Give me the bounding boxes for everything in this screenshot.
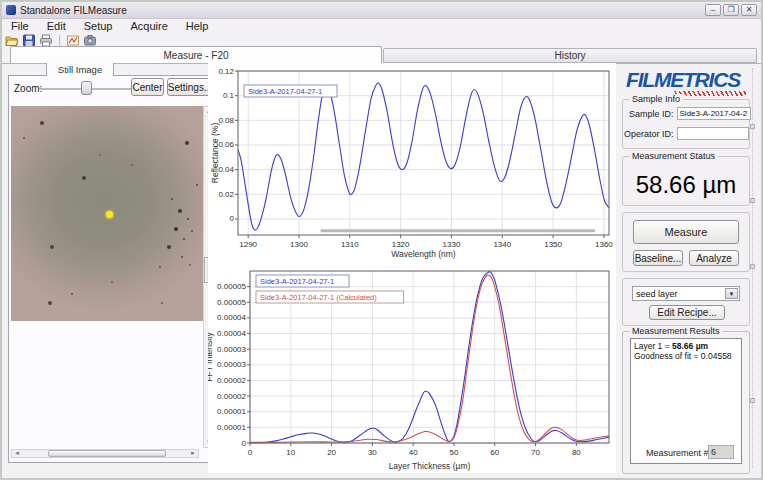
hscroll-thumb[interactable]: [48, 450, 166, 457]
svg-text:Reflectance (%): Reflectance (%): [210, 123, 220, 184]
svg-text:0.00003: 0.00003: [217, 360, 246, 369]
svg-text:0.00004: 0.00004: [217, 329, 246, 338]
svg-text:0.00001: 0.00001: [217, 407, 246, 416]
title-bar: Standalone FILMeasure – ❐ ✕: [2, 2, 761, 19]
chevron-down-icon[interactable]: ▼: [725, 288, 738, 299]
svg-text:40: 40: [409, 448, 418, 457]
svg-text:0.00005: 0.00005: [217, 282, 246, 291]
still-image[interactable]: [11, 106, 203, 321]
window-title: Standalone FILMeasure: [20, 5, 127, 16]
menu-setup[interactable]: Setup: [75, 20, 122, 32]
svg-text:60: 60: [490, 448, 499, 457]
menu-file[interactable]: File: [2, 20, 38, 32]
svg-text:0.00002: 0.00002: [217, 376, 246, 385]
svg-text:0: 0: [248, 448, 253, 457]
svg-text:0.04: 0.04: [218, 165, 234, 174]
menu-help[interactable]: Help: [177, 20, 218, 32]
right-panel: FILMETRICS Sample Info Sample ID: Operat…: [618, 63, 751, 475]
filmetrics-logo: FILMETRICS: [626, 68, 746, 96]
svg-text:Layer Thickness (µm): Layer Thickness (µm): [389, 461, 471, 471]
svg-text:Side3-A-2017-04-27-1: Side3-A-2017-04-27-1: [248, 87, 322, 96]
sample-info-title: Sample Info: [629, 94, 683, 104]
charts-area: 1290130013101320133013401350136000.020.0…: [208, 63, 616, 473]
measure-button[interactable]: Measure: [633, 220, 739, 244]
result-line-gof: Goodness of fit = 0.04558: [634, 351, 738, 361]
measure-buttons-group: Measure Baseline... Analyze: [622, 212, 750, 272]
svg-text:0.00005: 0.00005: [217, 298, 246, 307]
image-specks: [11, 106, 13, 108]
result-line-thickness: Layer 1 = 58.66 µm: [634, 341, 738, 351]
still-image-panel: Still Image Zoom: Center Settings... ▲ ▼: [8, 75, 214, 463]
baseline-button[interactable]: Baseline...: [633, 250, 683, 266]
tab-still-image[interactable]: Still Image: [46, 61, 114, 76]
panel-splitter[interactable]: [752, 68, 755, 468]
svg-text:0.00001: 0.00001: [217, 423, 246, 432]
svg-text:0.08: 0.08: [218, 116, 234, 125]
app-window: Standalone FILMeasure – ❐ ✕ File Edit Se…: [0, 0, 763, 480]
svg-text:20: 20: [327, 448, 336, 457]
measurement-number-row: Measurement #: [618, 445, 751, 461]
svg-text:1300: 1300: [290, 240, 308, 249]
measurement-number-field[interactable]: [708, 445, 734, 459]
menu-bar: File Edit Setup Acquire Help: [2, 19, 761, 33]
svg-text:0.1: 0.1: [223, 91, 235, 100]
svg-text:0.12: 0.12: [218, 67, 234, 76]
recipe-group: seed layer ▼ Edit Recipe...: [622, 278, 750, 326]
measurement-status-title: Measurement Status: [629, 151, 718, 161]
svg-text:30: 30: [368, 448, 377, 457]
svg-text:0.06: 0.06: [218, 140, 234, 149]
fft-thickness-chart: 0102030405060708000.000010.000010.000020…: [208, 261, 616, 473]
svg-text:1330: 1330: [443, 240, 461, 249]
tab-measure-f20[interactable]: Measure - F20: [10, 46, 382, 63]
svg-text:10: 10: [286, 448, 295, 457]
svg-text:Side3-A-2017-04-27-1: Side3-A-2017-04-27-1: [260, 277, 334, 286]
svg-text:FFT Intensity: FFT Intensity: [208, 332, 214, 382]
analyze-button[interactable]: Analyze: [689, 250, 739, 266]
maximize-icon[interactable]: ❐: [723, 4, 739, 16]
app-icon: [6, 5, 16, 15]
svg-text:0.00002: 0.00002: [217, 392, 246, 401]
svg-text:0: 0: [230, 214, 235, 223]
svg-text:1340: 1340: [493, 240, 511, 249]
minimize-icon[interactable]: –: [705, 4, 721, 16]
sample-info-group: Sample Info Sample ID: Operator ID:: [622, 99, 750, 149]
svg-text:Wavelength (nm): Wavelength (nm): [391, 249, 456, 259]
thickness-readout: 58.66 µm: [623, 171, 749, 199]
svg-text:1360: 1360: [595, 240, 613, 249]
menu-acquire[interactable]: Acquire: [121, 20, 176, 32]
close-icon[interactable]: ✕: [741, 4, 757, 16]
svg-text:80: 80: [572, 448, 581, 457]
toolbar-separator: [59, 35, 60, 47]
sample-id-field[interactable]: [677, 107, 751, 120]
settings-button[interactable]: Settings...: [167, 78, 213, 96]
svg-text:0.00004: 0.00004: [217, 313, 246, 322]
sample-id-label: Sample ID:: [629, 109, 674, 119]
svg-text:1350: 1350: [544, 240, 562, 249]
measurement-status-group: Measurement Status 58.66 µm: [622, 156, 750, 206]
operator-id-field[interactable]: [677, 127, 749, 140]
svg-text:0: 0: [242, 439, 247, 448]
operator-id-label: Operator ID:: [624, 129, 674, 139]
measurement-results-title: Measurement Results: [629, 326, 723, 336]
svg-text:50: 50: [450, 448, 459, 457]
edit-recipe-button[interactable]: Edit Recipe...: [649, 305, 725, 320]
image-horizontal-scrollbar[interactable]: ◄ ►: [11, 449, 199, 458]
svg-text:0.02: 0.02: [218, 190, 234, 199]
measure-page: Still Image Zoom: Center Settings... ▲ ▼: [2, 63, 761, 478]
svg-text:Side3-A-2017-04-27-1 (Calculat: Side3-A-2017-04-27-1 (Calculated): [260, 293, 377, 302]
svg-text:1320: 1320: [392, 240, 410, 249]
center-button[interactable]: Center: [131, 78, 164, 96]
recipe-select[interactable]: seed layer ▼: [632, 286, 740, 301]
svg-text:1290: 1290: [239, 240, 257, 249]
measurement-spot-marker: [106, 211, 113, 218]
measurement-number-label: Measurement #: [646, 448, 709, 458]
zoom-slider-thumb[interactable]: [81, 81, 92, 95]
logo-hatch-decoration: [672, 91, 746, 96]
svg-text:70: 70: [531, 448, 540, 457]
menu-edit[interactable]: Edit: [38, 20, 75, 32]
reflectance-chart: 1290130013101320133013401350136000.020.0…: [208, 63, 616, 261]
tab-history[interactable]: History: [383, 48, 757, 63]
svg-text:1310: 1310: [341, 240, 359, 249]
svg-text:0.00003: 0.00003: [217, 345, 246, 354]
zoom-slider[interactable]: [39, 80, 131, 96]
